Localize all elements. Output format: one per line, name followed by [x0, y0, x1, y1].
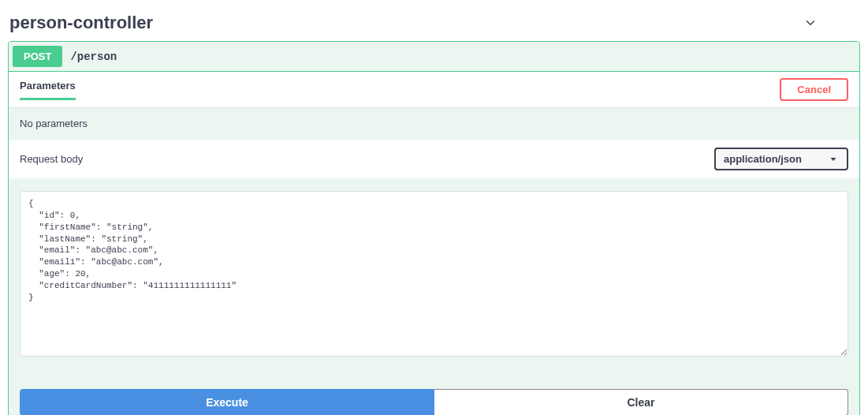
clear-button[interactable]: Clear: [434, 389, 848, 415]
http-method-badge: POST: [13, 46, 62, 67]
parameters-header: Parameters Cancel: [9, 72, 859, 107]
parameters-tab[interactable]: Parameters: [20, 80, 76, 100]
request-body-label: Request body: [20, 153, 83, 165]
request-body-header: Request body application/json: [9, 139, 859, 178]
no-parameters-message: No parameters: [9, 107, 859, 139]
content-type-select[interactable]: application/json: [714, 148, 848, 170]
operation-summary[interactable]: POST /person: [9, 42, 859, 72]
action-button-row: Execute Clear: [9, 375, 859, 415]
tag-title: person-controller: [9, 13, 153, 33]
cancel-button[interactable]: Cancel: [780, 78, 848, 101]
request-body-textarea[interactable]: [20, 191, 848, 357]
tag-header[interactable]: person-controller: [8, 8, 860, 41]
request-body-editor-wrap: [9, 178, 859, 375]
operation-block: POST /person Parameters Cancel No parame…: [8, 41, 860, 415]
execute-button[interactable]: Execute: [20, 389, 434, 415]
chevron-down-icon[interactable]: [803, 16, 818, 30]
endpoint-path: /person: [70, 50, 117, 63]
